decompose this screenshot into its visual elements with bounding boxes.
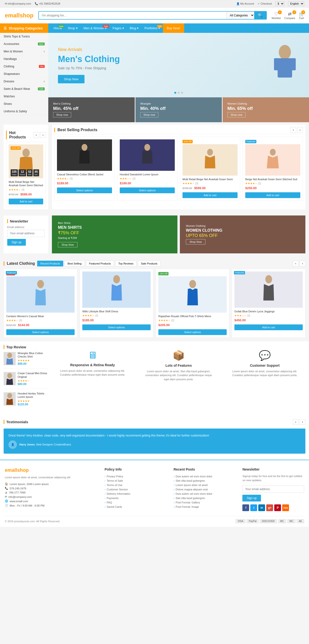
product-cta-1[interactable]: Select options bbox=[57, 188, 112, 193]
new-badge: New bbox=[38, 42, 45, 46]
pinterest-icon[interactable]: P bbox=[274, 504, 281, 511]
nav-home[interactable]: Home New bbox=[51, 24, 65, 33]
latest-cta-1[interactable]: Select options bbox=[6, 329, 75, 335]
rss-icon[interactable]: rss bbox=[282, 504, 289, 511]
latest-cta-3[interactable]: Select options bbox=[158, 329, 227, 335]
latest-cta-4[interactable]: Add to cart bbox=[234, 324, 303, 330]
footer-post-4[interactable]: Dolore magna aliquam erat bbox=[174, 487, 235, 492]
sidebar-item-men-women[interactable]: Men & Women › bbox=[0, 48, 48, 55]
sidebar-item-dresses[interactable]: Dresses › bbox=[0, 78, 48, 85]
compare-badge: 0 bbox=[292, 10, 296, 14]
hero-dot-1[interactable] bbox=[174, 92, 176, 94]
promo-cta-1[interactable]: Shop now bbox=[53, 112, 71, 118]
hot-product-name: Multi Retail Beige Net Anarkali Gown Sem… bbox=[9, 180, 43, 187]
footer-post-5[interactable]: Duis autem vel eum iriure dolor bbox=[174, 492, 235, 496]
footer-newsletter-desc: Signup today for free and be the first t… bbox=[242, 474, 304, 483]
sidebar-item-swim[interactable]: Swim & Beach Wear Sale bbox=[0, 85, 48, 93]
sidebar-item-uniforms[interactable]: Uniforms & Safety bbox=[0, 108, 48, 115]
latest-prev[interactable]: ‹ bbox=[293, 261, 299, 266]
tab-featured-products[interactable]: Featured Products bbox=[86, 261, 114, 266]
latest-stars-4: ★★★☆☆ (2) bbox=[234, 314, 303, 317]
tab-best-selling[interactable]: Best Selling bbox=[64, 261, 85, 266]
product-cta-2[interactable]: Select options bbox=[120, 188, 175, 193]
site-logo[interactable]: emallshop bbox=[5, 12, 33, 19]
footer-link-saved-cards[interactable]: Saved Cards bbox=[104, 504, 166, 509]
footer-post-gallery[interactable]: Post Format: Gallery bbox=[174, 500, 235, 504]
feature-text-3: Lorem ipsum dolor sit amet, consectetur … bbox=[229, 369, 301, 377]
language-selector[interactable]: English bbox=[288, 1, 304, 6]
footer-post-3[interactable]: Lorem ipsum dolor sit amet bbox=[174, 483, 235, 487]
footer-post-image[interactable]: Post Format: Image bbox=[174, 504, 235, 509]
mid-banner-cta-2[interactable]: Shop Now bbox=[186, 239, 205, 244]
my-account-link[interactable]: 👤 My Account bbox=[236, 2, 254, 5]
linkedin-icon[interactable]: in bbox=[258, 504, 265, 511]
product-cta-4[interactable]: Add to cart bbox=[245, 192, 300, 198]
tab-sale-products[interactable]: Sale Products bbox=[138, 261, 161, 266]
footer-link-faq[interactable]: FAQ bbox=[104, 500, 166, 504]
hero-dot-3[interactable] bbox=[181, 92, 183, 94]
hot-product-add-cart[interactable]: Add to cart bbox=[9, 198, 43, 204]
nav-shop[interactable]: Shop ▾ bbox=[65, 24, 81, 33]
latest-product-name-1: Centario Women's Casual Wear bbox=[6, 314, 75, 318]
footer-post-6[interactable]: Stet clita kasd gubergren bbox=[174, 496, 235, 500]
footer-newsletter-signup[interactable]: Sign up bbox=[242, 495, 261, 502]
tab-top-reviews[interactable]: Top Reviews bbox=[115, 261, 136, 266]
footer-post-1[interactable]: Duis autem vel eum iriure dolor bbox=[174, 474, 235, 478]
cart-icon-container[interactable]: 🛒 0 Cart bbox=[299, 11, 304, 20]
hot-products-prev[interactable]: ‹ bbox=[33, 132, 39, 138]
nav-pages[interactable]: Pages ▾ bbox=[110, 24, 127, 33]
latest-next[interactable]: › bbox=[300, 261, 306, 266]
newsletter-email-input[interactable] bbox=[7, 230, 45, 237]
tab-recent-products[interactable]: Recent Products bbox=[37, 261, 63, 266]
search-input[interactable] bbox=[39, 12, 226, 19]
hero-dot-2[interactable] bbox=[178, 92, 180, 94]
hot-products-next[interactable]: › bbox=[40, 132, 46, 138]
hero-cta-button[interactable]: Shop Now bbox=[58, 75, 84, 83]
newsletter-signup-button[interactable]: Sign up bbox=[7, 239, 26, 246]
best-selling-next[interactable]: › bbox=[297, 127, 303, 133]
currency-selector[interactable]: $ € £ bbox=[276, 1, 284, 6]
product-cta-3[interactable]: Add to cart bbox=[183, 192, 238, 198]
testimonials-next[interactable]: › bbox=[300, 419, 306, 425]
category-select[interactable]: All Categories bbox=[226, 12, 254, 19]
footer-link-delivery[interactable]: Delivery Information bbox=[104, 492, 166, 496]
twitter-icon[interactable]: t bbox=[250, 504, 257, 511]
footer-post-2[interactable]: Stet clita kasd gubergren bbox=[174, 478, 235, 483]
review-price-2: $80.00 bbox=[18, 382, 48, 386]
sidebar-item-clothing[interactable]: Clothing Hot bbox=[0, 63, 48, 70]
nav-men-women[interactable]: Men & Women ▾ Sale bbox=[81, 24, 110, 33]
sidebar-item-handbags[interactable]: Handbags bbox=[0, 55, 48, 63]
footer-newsletter-input[interactable] bbox=[242, 486, 304, 493]
nav-blog[interactable]: Blog ▾ bbox=[127, 24, 142, 33]
sidebar-item-accessories[interactable]: Accessories New bbox=[0, 40, 48, 48]
footer-link-privacy[interactable]: Privacy Policy bbox=[104, 474, 166, 478]
facebook-icon[interactable]: f bbox=[242, 504, 249, 511]
sidebar-item-watches[interactable]: Watches bbox=[0, 93, 48, 100]
top-bar-left: ✉ info@company.com 📞 +81 59832452528 bbox=[5, 2, 60, 5]
footer-link-customer[interactable]: Customer Service bbox=[104, 487, 166, 492]
nav-portfolios[interactable]: Portfolios ▾ Hot bbox=[141, 24, 163, 33]
wishlist-icon[interactable]: ♡ 0 Wishlist bbox=[272, 11, 281, 20]
footer-link-terms-sale[interactable]: Terms of Sale bbox=[104, 478, 166, 483]
discover-icon: DISCOVER bbox=[260, 519, 277, 523]
sidebar-item-shirts[interactable]: Shirts Tops & Tunics bbox=[0, 33, 48, 40]
promo-cta-3[interactable]: Shop now bbox=[227, 112, 246, 118]
google-plus-icon[interactable]: g+ bbox=[266, 504, 273, 511]
sidebar-item-shoes[interactable]: Shoes bbox=[0, 100, 48, 108]
testimonials-prev[interactable]: ‹ bbox=[293, 419, 299, 425]
nav-buy-now[interactable]: Buy Now! bbox=[163, 24, 184, 33]
footer-link-terms-use[interactable]: Terms of Use bbox=[104, 483, 166, 487]
search-button[interactable]: 🔍 bbox=[254, 12, 266, 19]
sidebar-item-shapewears[interactable]: Shapewears bbox=[0, 70, 48, 78]
compare-icon-container[interactable]: ⇄ 0 Compare bbox=[284, 11, 295, 20]
footer-website: 🌐 www.emall.com bbox=[5, 500, 97, 503]
review-price-1: $99.00 bbox=[18, 362, 48, 366]
best-selling-prev[interactable]: ‹ bbox=[291, 127, 296, 133]
newsletter-box: Newsletter Email address: Sign up bbox=[3, 216, 48, 254]
checkout-link[interactable]: ✓ Checkout bbox=[258, 2, 272, 5]
latest-cta-2[interactable]: Select options bbox=[82, 324, 151, 330]
categories-toggle[interactable]: ☰ Shopping Categories bbox=[0, 24, 48, 33]
footer-link-payments[interactable]: Payments bbox=[104, 496, 166, 500]
promo-cta-2[interactable]: Shop now bbox=[140, 112, 158, 118]
mid-banner-cta-1[interactable]: Shop Now bbox=[58, 242, 77, 247]
